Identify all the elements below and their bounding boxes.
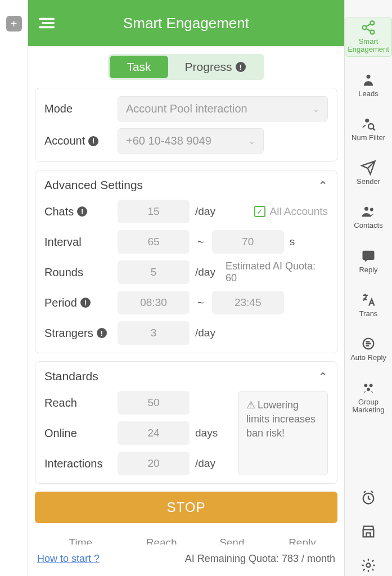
interactions-label: Interactions (44, 457, 112, 470)
mode-select[interactable]: Account Pool interaction ⌄ (118, 96, 328, 122)
svg-point-3 (371, 21, 375, 25)
strangers-input[interactable] (118, 321, 190, 345)
period-from-input[interactable] (118, 291, 190, 314)
person-icon (361, 72, 376, 88)
interval-label: Interval (44, 236, 112, 249)
online-input[interactable] (118, 421, 190, 445)
svg-point-17 (370, 384, 373, 387)
store-icon (361, 524, 376, 539)
info-icon[interactable]: ! (80, 298, 91, 308)
right-sidebar: Smart Engagement Leads Num Filter Sender… (344, 0, 392, 576)
chevron-down-icon: ⌄ (313, 105, 319, 114)
reach-input[interactable] (118, 391, 190, 415)
interactions-input[interactable] (118, 452, 190, 475)
sidebar-item-leads[interactable]: Leads (345, 69, 392, 101)
stop-button[interactable]: STOP (35, 492, 337, 523)
add-button[interactable]: + (6, 16, 22, 32)
chevron-up-icon: ⌄ (318, 178, 328, 192)
all-accounts-checkbox[interactable]: ✓ (254, 206, 265, 217)
rounds-label: Rounds (44, 266, 112, 279)
clock-icon (361, 490, 376, 506)
tab-group: Task Progress ! (108, 54, 264, 80)
info-icon: ! (236, 62, 246, 72)
sidebar-item-settings[interactable] (345, 555, 392, 576)
person-search-icon (361, 116, 376, 132)
main-panel: Smart Engagement Task Progress ! Mode Ac… (28, 0, 344, 576)
svg-point-20 (367, 564, 371, 568)
sidebar-item-auto-reply[interactable]: Auto Reply (345, 333, 392, 364)
tab-task[interactable]: Task (110, 56, 168, 78)
tab-row: Task Progress ! (28, 54, 344, 80)
svg-point-4 (363, 26, 367, 30)
footer: How to start ? AI Remaining Quota: 783 /… (28, 544, 344, 576)
interval-to-input[interactable] (212, 230, 284, 254)
sidebar-item-store[interactable] (345, 521, 392, 542)
period-to-input[interactable] (212, 291, 284, 314)
info-icon[interactable]: ! (77, 206, 87, 217)
sidebar-item-trans[interactable]: Trans (345, 289, 392, 321)
people-icon (361, 204, 376, 219)
header: Smart Engagement (28, 0, 344, 46)
warning-icon: ⚠ (246, 399, 255, 411)
svg-point-5 (371, 30, 375, 34)
mode-label: Mode (44, 102, 112, 115)
svg-point-16 (364, 384, 367, 387)
chats-label: Chats ! (44, 205, 112, 218)
how-to-start-link[interactable]: How to start ? (37, 553, 100, 565)
share-icon (361, 20, 376, 35)
chevron-up-icon: ⌄ (318, 370, 328, 383)
sidebar-item-smart-engagement[interactable]: Smart Engagement (345, 17, 392, 57)
period-label: Period ! (44, 296, 112, 309)
account-label: Account ! (44, 134, 112, 147)
sidebar-item-contacts[interactable]: Contacts (345, 201, 392, 232)
sidebar-item-sender[interactable]: Sender (345, 157, 392, 188)
svg-point-12 (364, 207, 368, 211)
auto-reply-icon (361, 336, 376, 352)
svg-point-9 (365, 119, 369, 123)
svg-rect-14 (363, 250, 375, 259)
reach-label: Reach (44, 397, 112, 410)
left-strip: + (0, 0, 28, 576)
page-title: Smart Engagement (38, 15, 334, 32)
table-header: Time Reach Send Reply (35, 531, 337, 544)
svg-line-7 (366, 29, 371, 32)
send-icon (361, 160, 376, 176)
standards-toggle[interactable]: Standards ⌄ (44, 370, 328, 383)
chat-icon (361, 248, 376, 264)
svg-point-18 (367, 388, 370, 391)
advanced-toggle[interactable]: Advanced Settings ⌄ (44, 178, 328, 192)
group-icon (361, 380, 376, 396)
account-select[interactable]: +60 10-438 9049 ⌄ (118, 128, 264, 154)
chevron-down-icon: ⌄ (249, 137, 255, 146)
online-label: Online (44, 427, 112, 440)
chats-input[interactable] (118, 200, 190, 223)
advanced-card: Advanced Settings ⌄ Chats ! /day ✓ All A… (35, 170, 337, 353)
info-icon[interactable]: ! (88, 136, 98, 146)
sidebar-item-num-filter[interactable]: Num Filter (345, 113, 392, 145)
standards-card: Standards ⌄ Reach Online days (35, 361, 337, 484)
svg-point-8 (367, 74, 371, 78)
info-icon[interactable]: ! (97, 328, 107, 338)
translate-icon (361, 292, 376, 308)
rounds-input[interactable] (118, 260, 190, 284)
content: Mode Account Pool interaction ⌄ Account … (28, 80, 344, 544)
svg-line-11 (373, 128, 375, 130)
sidebar-item-group-marketing[interactable]: Group Marketing (345, 377, 392, 417)
config-card: Mode Account Pool interaction ⌄ Account … (35, 88, 337, 162)
svg-point-13 (370, 208, 373, 212)
svg-line-6 (366, 24, 371, 27)
sidebar-item-alarm[interactable] (345, 487, 392, 508)
warning-box: ⚠Lowering limits increases ban risk! (238, 391, 328, 475)
sidebar-item-reply[interactable]: Reply (345, 245, 392, 277)
interval-from-input[interactable] (118, 230, 190, 254)
tab-progress[interactable]: Progress ! (168, 56, 263, 78)
gear-icon (361, 557, 376, 573)
quota-text: AI Remaining Quota: 783 / month (185, 553, 335, 565)
svg-point-10 (368, 124, 373, 129)
strangers-label: Strangers ! (44, 327, 112, 340)
results-table: Time Reach Send Reply 2024-09-22 1 29 25… (35, 531, 337, 544)
